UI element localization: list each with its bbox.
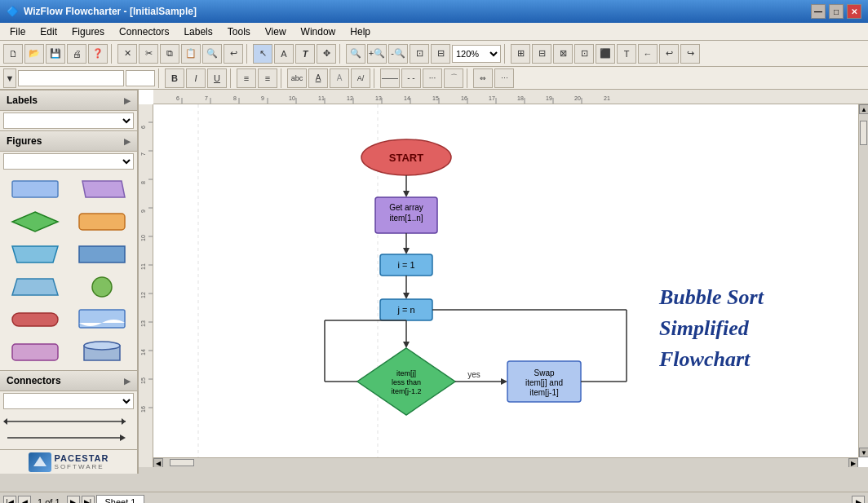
arrow-left-button[interactable]: ← bbox=[638, 44, 658, 64]
align-center-button[interactable]: ≡ bbox=[258, 68, 277, 88]
print-button[interactable]: 🖨 bbox=[67, 44, 86, 64]
delete-button[interactable]: ✕ bbox=[117, 44, 137, 64]
maximize-button[interactable]: □ bbox=[829, 4, 844, 19]
align-left-button[interactable]: ≡ bbox=[237, 68, 256, 88]
shape-rounded-rect[interactable] bbox=[70, 207, 134, 236]
font-color-button[interactable]: abc bbox=[287, 68, 307, 88]
connector-style[interactable]: ⌒ bbox=[444, 68, 463, 88]
font-expand[interactable]: ▼ bbox=[3, 68, 16, 88]
labels-expand-icon[interactable]: ▶ bbox=[124, 96, 131, 105]
more-button[interactable]: ⋯ bbox=[494, 68, 514, 88]
menu-figures[interactable]: Figures bbox=[65, 24, 111, 39]
line-style-2[interactable]: - - bbox=[401, 68, 421, 88]
minimize-button[interactable]: — bbox=[811, 4, 826, 19]
connector-arrow-both[interactable] bbox=[3, 414, 134, 429]
copy-button[interactable]: ⧉ bbox=[160, 44, 179, 64]
zoom-in-button[interactable]: 🔍 bbox=[346, 44, 365, 64]
text-tool-t[interactable]: T bbox=[295, 44, 315, 64]
scroll-down-button[interactable]: ▼ bbox=[859, 448, 868, 457]
scroll-left-button[interactable]: ◀ bbox=[153, 458, 163, 467]
shape-pill[interactable] bbox=[3, 305, 67, 334]
figures-section-header[interactable]: Figures ▶ bbox=[0, 130, 137, 152]
zoom-select[interactable]: 120% 50% 75% 100% 150% 200% bbox=[452, 45, 501, 63]
svg-text:13: 13 bbox=[140, 320, 146, 327]
page-next-button[interactable]: ▶ bbox=[67, 496, 80, 504]
connectors-expand-icon[interactable]: ▶ bbox=[124, 377, 131, 386]
zoom-actual-button[interactable]: ⊟ bbox=[431, 44, 450, 64]
grid-button[interactable]: ⊞ bbox=[511, 44, 530, 64]
shape-trapezoid-2[interactable] bbox=[3, 272, 67, 302]
color-button[interactable]: ⬛ bbox=[596, 44, 615, 64]
text-style-1[interactable]: A bbox=[308, 68, 328, 88]
shape-trapezoid[interactable] bbox=[3, 240, 67, 269]
page-last-button[interactable]: ▶| bbox=[82, 496, 95, 504]
redo-button[interactable]: ↪ bbox=[680, 44, 700, 64]
connectors-section-header[interactable]: Connectors ▶ bbox=[0, 370, 137, 391]
canvas-area[interactable]: 6 7 8 9 10 11 12 13 14 15 16 17 18 19 20… bbox=[139, 90, 868, 467]
shape-parallelogram[interactable] bbox=[70, 174, 134, 204]
align-button[interactable]: ⊟ bbox=[532, 44, 551, 64]
menu-tools[interactable]: Tools bbox=[221, 24, 257, 39]
app-title: WizFlow Flowcharter - [InitialSample] bbox=[24, 6, 197, 17]
zoom-fit-button[interactable]: ⊡ bbox=[410, 44, 429, 64]
title-bar-controls[interactable]: — □ ✕ bbox=[811, 4, 861, 19]
paste-button[interactable]: 📋 bbox=[181, 44, 201, 64]
scroll-right-button[interactable]: ▶ bbox=[848, 458, 858, 467]
canvas-inner[interactable]: START Get array item[1..n] i = 1 bbox=[153, 104, 858, 457]
menu-file[interactable]: File bbox=[3, 24, 32, 39]
layout-button[interactable]: ⊠ bbox=[553, 44, 573, 64]
shape-circle[interactable] bbox=[70, 272, 134, 302]
text-label-button[interactable]: T bbox=[617, 44, 636, 64]
menu-edit[interactable]: Edit bbox=[33, 24, 64, 39]
new-button[interactable]: 🗋 bbox=[3, 44, 23, 64]
bold-button[interactable]: B bbox=[165, 68, 184, 88]
labels-dropdown[interactable] bbox=[3, 113, 134, 129]
page-first-button[interactable]: |◀ bbox=[3, 496, 16, 504]
line-style-1[interactable]: —— bbox=[380, 68, 400, 88]
save-button[interactable]: 💾 bbox=[46, 44, 65, 64]
scroll-up-button[interactable]: ▲ bbox=[859, 104, 868, 114]
shape-diamond[interactable] bbox=[3, 207, 67, 236]
text-style-3[interactable]: A/ bbox=[351, 68, 370, 88]
menu-connectors[interactable]: Connectors bbox=[113, 24, 175, 39]
shape-wavy[interactable] bbox=[3, 338, 67, 367]
figures-expand-icon[interactable]: ▶ bbox=[124, 137, 131, 146]
sheet-tab[interactable]: Sheet 1 bbox=[96, 495, 145, 504]
shape-document[interactable] bbox=[70, 305, 134, 334]
vertical-scrollbar[interactable]: ▲ ▼ bbox=[858, 104, 868, 457]
shape-rectangle[interactable] bbox=[3, 174, 67, 204]
menu-window[interactable]: Window bbox=[294, 24, 343, 39]
menu-help[interactable]: Help bbox=[343, 24, 377, 39]
shape-rectangle-2[interactable] bbox=[70, 240, 134, 269]
style-button[interactable]: ⊡ bbox=[574, 44, 594, 64]
find-button[interactable]: 🔍 bbox=[202, 44, 222, 64]
page-end-button[interactable]: ▶ bbox=[852, 496, 865, 504]
text-tool-a[interactable]: A bbox=[274, 44, 294, 64]
undo-button[interactable]: ↩ bbox=[224, 44, 243, 64]
menu-view[interactable]: View bbox=[259, 24, 293, 39]
underline-button[interactable]: U bbox=[207, 68, 227, 88]
cut-button[interactable]: ✂ bbox=[139, 44, 158, 64]
undo2-button[interactable]: ↩ bbox=[659, 44, 679, 64]
open-button[interactable]: 📂 bbox=[24, 44, 44, 64]
help-button[interactable]: ❓ bbox=[88, 44, 108, 64]
connector-arrow-right[interactable] bbox=[3, 430, 134, 445]
labels-section-header[interactable]: Labels ▶ bbox=[0, 90, 137, 111]
select-tool[interactable]: ↖ bbox=[253, 44, 272, 64]
menu-labels[interactable]: Labels bbox=[177, 24, 219, 39]
page-prev-button[interactable]: ◀ bbox=[18, 496, 31, 504]
zoom-out-button[interactable]: -🔍 bbox=[388, 44, 408, 64]
text-style-2[interactable]: A bbox=[330, 68, 349, 88]
zoom-out-btn2[interactable]: +🔍 bbox=[367, 44, 387, 64]
italic-button[interactable]: I bbox=[186, 68, 206, 88]
line-style-3[interactable]: ··· bbox=[423, 68, 442, 88]
close-button[interactable]: ✕ bbox=[847, 4, 861, 19]
move-tool[interactable]: ✥ bbox=[317, 44, 336, 64]
shape-cylinder[interactable] bbox=[70, 338, 134, 367]
font-name-input[interactable] bbox=[18, 70, 124, 86]
horizontal-scrollbar[interactable]: ◀ ▶ bbox=[153, 457, 858, 467]
spacing-button[interactable]: ⇔ bbox=[473, 68, 493, 88]
connectors-dropdown[interactable] bbox=[3, 393, 134, 409]
figures-dropdown[interactable] bbox=[3, 153, 134, 170]
font-size-input[interactable] bbox=[126, 70, 155, 86]
